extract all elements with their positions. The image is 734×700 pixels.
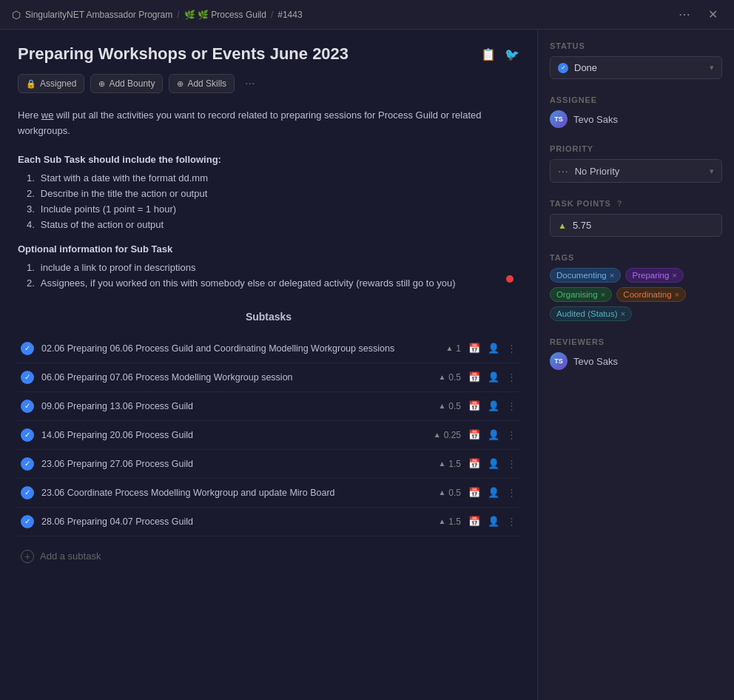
- assignee-section: ASSIGNEE TS Tevo Saks: [550, 95, 722, 128]
- red-dot-indicator: [506, 275, 514, 283]
- task-points-value: 5.75: [573, 220, 591, 231]
- tag-documenting: Documenting ×: [550, 268, 621, 283]
- subtask-text-1: 02.06 Preparing 06.06 Process Guild and …: [41, 343, 438, 354]
- subtask-text-6: 23.06 Coordinate Process Modelling Workg…: [41, 488, 431, 498]
- triangle-icon-3: ▲: [438, 402, 445, 410]
- right-panel: STATUS ✓ Done ▾ ASSIGNEE TS Tevo Saks PR…: [538, 30, 734, 700]
- subtask-check-5[interactable]: ✓: [21, 457, 34, 471]
- main-list: 1.Start with a date with the format dd.m…: [18, 172, 519, 230]
- subtask-check-7[interactable]: ✓: [21, 515, 34, 528]
- assignee-icon-4[interactable]: 👤: [488, 429, 499, 440]
- status-value: Done: [574, 62, 597, 73]
- underline-we: we: [41, 110, 54, 121]
- assignee-icon-7[interactable]: 👤: [488, 516, 499, 527]
- table-row: ✓ 09.06 Preparing 13.06 Process Guild ▲ …: [18, 392, 519, 421]
- assignee-row: TS Tevo Saks: [550, 110, 722, 128]
- tag-organising: Organising ×: [550, 287, 612, 302]
- more-icon-3[interactable]: ⋮: [507, 400, 516, 411]
- tags-container: Documenting × Preparing × Organising × C…: [550, 268, 722, 321]
- chevron-down-icon: ▾: [710, 63, 714, 73]
- priority-dropdown[interactable]: ··· No Priority ▾: [550, 159, 722, 183]
- tag-close-coordinating[interactable]: ×: [675, 290, 680, 299]
- calendar-icon-3[interactable]: 📅: [468, 400, 480, 411]
- calendar-icon-6[interactable]: 📅: [468, 487, 480, 498]
- subtask-meta-4: ▲ 0.25 📅 👤 ⋮: [434, 429, 516, 440]
- optional-list: 1.include a link to proof in description…: [18, 262, 519, 289]
- plus-icon-skills: ⊕: [177, 79, 184, 89]
- table-row: ✓ 23.06 Preparing 27.06 Process Guild ▲ …: [18, 450, 519, 479]
- more-icon-1[interactable]: ⋮: [507, 343, 516, 354]
- tag-close-audited[interactable]: ×: [620, 309, 625, 318]
- tag-close-preparing[interactable]: ×: [672, 271, 677, 280]
- list2-heading: Optional information for Sub Task: [18, 243, 519, 255]
- assignee-icon-3[interactable]: 👤: [488, 400, 499, 411]
- subtask-meta-2: ▲ 0.5 📅 👤 ⋮: [438, 371, 516, 383]
- list-item-1: 1.Start with a date with the format dd.m…: [27, 172, 519, 184]
- add-bounty-button[interactable]: ⊕ Add Bounty: [90, 74, 163, 93]
- table-row: ✓ 23.06 Coordinate Process Modelling Wor…: [18, 479, 519, 508]
- table-row: ✓ 14.06 Preparing 20.06 Process Guild ▲ …: [18, 421, 519, 450]
- status-label: STATUS: [550, 41, 722, 50]
- assigned-button[interactable]: 🔒 Assigned: [18, 74, 84, 93]
- assignee-icon-6[interactable]: 👤: [488, 487, 499, 498]
- main-layout: Preparing Workshops or Events June 2023 …: [0, 30, 734, 700]
- table-row: ✓ 28.06 Preparing 04.07 Process Guild ▲ …: [18, 508, 519, 536]
- calendar-icon-4[interactable]: 📅: [468, 429, 480, 440]
- more-actions-button[interactable]: ···: [240, 75, 259, 92]
- points-badge-6: ▲ 0.5: [438, 488, 461, 498]
- assignee-icon-5[interactable]: 👤: [488, 458, 499, 469]
- calendar-icon-5[interactable]: 📅: [468, 458, 480, 469]
- optional-item-2: 2.Assignees, if you worked on this with …: [27, 277, 519, 289]
- add-skills-button[interactable]: ⊕ Add Skills: [169, 74, 235, 93]
- lock-icon: 🔒: [26, 79, 36, 89]
- reviewer-row: TS Tevo Saks: [550, 352, 722, 370]
- subtask-meta-6: ▲ 0.5 📅 👤 ⋮: [438, 487, 516, 498]
- triangle-icon-5: ▲: [438, 460, 445, 468]
- more-icon-7[interactable]: ⋮: [507, 516, 516, 527]
- more-icon-4[interactable]: ⋮: [507, 429, 516, 440]
- list-item-2: 2.Describe in the title the action or ou…: [27, 188, 519, 199]
- triangle-icon-7: ▲: [438, 517, 445, 525]
- close-button[interactable]: ✕: [704, 6, 722, 23]
- calendar-icon-2[interactable]: 📅: [468, 371, 480, 383]
- task-points-help-icon: ?: [617, 199, 623, 208]
- logo-icon: ⬡: [12, 9, 21, 21]
- triangle-icon-6: ▲: [438, 488, 445, 497]
- more-icon-5[interactable]: ⋮: [507, 458, 516, 469]
- subtask-check-1[interactable]: ✓: [21, 342, 34, 355]
- points-triangle-icon: ▲: [558, 221, 567, 231]
- more-icon-6[interactable]: ⋮: [507, 487, 516, 498]
- reviewers-label: REVIEWERS: [550, 337, 722, 346]
- subtask-check-6[interactable]: ✓: [21, 486, 34, 499]
- content-area: Here we will put all the activities you …: [18, 108, 519, 289]
- breadcrumb-sep1: /: [177, 10, 179, 20]
- subtask-check-2[interactable]: ✓: [21, 371, 34, 384]
- more-icon-2[interactable]: ⋮: [507, 371, 516, 383]
- subtask-check-3[interactable]: ✓: [21, 400, 34, 413]
- action-bar: 🔒 Assigned ⊕ Add Bounty ⊕ Add Skills ···: [18, 74, 519, 93]
- calendar-icon-7[interactable]: 📅: [468, 516, 480, 527]
- no-priority-icon: ···: [558, 165, 569, 177]
- assignee-icon-2[interactable]: 👤: [488, 371, 499, 383]
- points-badge-1: ▲ 1: [445, 343, 461, 354]
- status-dropdown[interactable]: ✓ Done ▾: [550, 56, 722, 79]
- assignee-icon-1[interactable]: 👤: [488, 343, 499, 354]
- subtask-text-4: 14.06 Preparing 20.06 Process Guild: [41, 430, 426, 440]
- description-paragraph: Here we will put all the activities you …: [18, 108, 519, 139]
- more-options-button[interactable]: ⋯: [674, 6, 695, 23]
- tag-close-documenting[interactable]: ×: [610, 271, 615, 280]
- assignee-label: ASSIGNEE: [550, 95, 722, 104]
- tag-audited-status: Audited (Status) ×: [550, 306, 632, 321]
- tag-close-organising[interactable]: ×: [601, 290, 606, 299]
- bookmark-icon-button[interactable]: 📋: [481, 47, 496, 61]
- twitter-icon-button[interactable]: 🐦: [505, 47, 519, 61]
- breadcrumb-sep2: /: [271, 10, 273, 20]
- status-left: ✓ Done: [558, 62, 597, 73]
- subtask-check-4[interactable]: ✓: [21, 428, 34, 442]
- top-bar: ⬡ SingularityNET Ambassador Program / 🌿 …: [0, 0, 734, 30]
- assignee-name: Tevo Saks: [573, 114, 618, 125]
- points-badge-3: ▲ 0.5: [438, 401, 461, 411]
- add-subtask-button[interactable]: + Add a subtask: [18, 545, 519, 568]
- points-badge-2: ▲ 0.5: [438, 372, 461, 383]
- calendar-icon-1[interactable]: 📅: [468, 343, 480, 354]
